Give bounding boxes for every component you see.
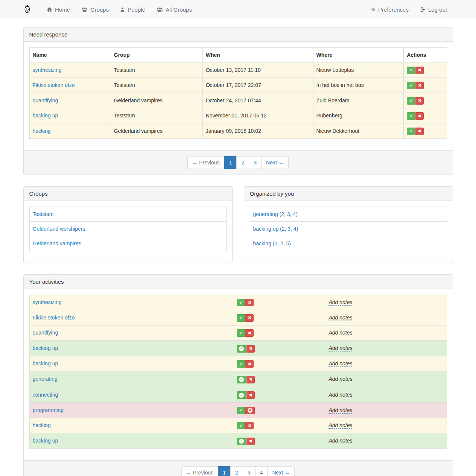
activity-link[interactable]: synthesizing — [33, 67, 62, 73]
activity-link[interactable]: hacking — [33, 128, 51, 134]
nr-pagination-next-link[interactable]: Next → — [261, 156, 289, 169]
users-icon — [81, 7, 88, 12]
attend-yes-button[interactable]: ✔ — [407, 67, 415, 74]
group-link[interactable]: Gelderland vampires — [33, 240, 81, 246]
attend-yes-button[interactable]: ✔ — [237, 438, 246, 445]
attend-no-button[interactable]: ✖ — [246, 438, 255, 445]
add-notes-link[interactable]: Add notes — [328, 360, 352, 367]
actions-cell: ✔✖ — [404, 108, 447, 123]
activity-link[interactable]: Fikkie stoken ofzo — [33, 82, 75, 88]
organized-activity-link[interactable]: backing up (2, 3, 4) — [253, 226, 298, 232]
attend-no-button[interactable]: ✖ — [415, 97, 424, 105]
check-icon: ✔ — [409, 83, 413, 88]
attend-no-button[interactable]: ✖ — [245, 329, 254, 337]
attend-no-button[interactable]: ✖ — [415, 82, 424, 89]
attend-yes-button[interactable]: ✔ — [237, 407, 245, 414]
attend-yes-button[interactable]: ✔ — [237, 360, 245, 368]
nav-logout[interactable]: Log out — [414, 0, 453, 19]
activity-link[interactable]: backing up — [33, 113, 58, 119]
activity-link[interactable]: synthesizing — [33, 299, 62, 305]
nav-home[interactable]: Home — [41, 0, 76, 19]
add-notes-link[interactable]: Add notes — [328, 392, 352, 398]
act-pagination-page-link[interactable]: 1 — [218, 466, 231, 476]
activities-tbody: synthesizing✔✖Add notesFikkie stoken ofz… — [29, 295, 447, 449]
attend-no-button[interactable]: ✖ — [415, 112, 424, 120]
act-pagination-next-link[interactable]: Next → — [267, 466, 295, 476]
attend-yes-button[interactable]: ✔ — [237, 391, 246, 399]
activities-title: Your activities — [24, 275, 453, 289]
add-notes-link[interactable]: Add notes — [328, 299, 352, 306]
nr-pagination-page-link[interactable]: 3 — [249, 156, 262, 169]
activity-link[interactable]: quantifying — [33, 330, 58, 336]
act-pagination-prev-link[interactable]: ← Previous — [181, 466, 218, 476]
navbar-left: Home Groups People All Groups — [23, 0, 198, 19]
nr-pagination-prev-link[interactable]: ← Previous — [187, 156, 224, 169]
cross-icon: ✖ — [249, 439, 252, 444]
attend-yes-button[interactable]: ✔ — [237, 376, 246, 383]
nav-groups-label: Groups — [90, 6, 109, 13]
activity-link[interactable]: programming — [33, 407, 64, 413]
act-pagination-page-link[interactable]: 4 — [255, 466, 268, 476]
act-pagination-page-link[interactable]: 2 — [230, 466, 243, 476]
attend-yes-button[interactable]: ✔ — [237, 329, 245, 337]
attend-yes-button[interactable]: ✔ — [407, 112, 415, 120]
activity-link[interactable]: generating — [33, 376, 58, 382]
attend-no-button[interactable]: ✖ — [245, 422, 254, 429]
attend-yes-button[interactable]: ✔ — [237, 314, 245, 322]
attend-no-button[interactable]: ✖ — [245, 360, 254, 368]
row-actions: ✔✖ — [407, 97, 424, 105]
row-actions: ✔✖ — [237, 299, 254, 306]
attend-no-button[interactable]: ✖ — [246, 376, 255, 383]
brand-link[interactable] — [23, 0, 41, 19]
group-link[interactable]: Teststam — [33, 211, 54, 217]
attend-no-button[interactable]: ✖ — [245, 314, 254, 322]
attend-no-button[interactable]: ✖ — [245, 299, 254, 306]
activity-link[interactable]: backing up — [33, 360, 58, 367]
add-notes-link[interactable]: Add notes — [328, 345, 352, 351]
activity-link[interactable]: connecting — [33, 392, 58, 398]
attend-no-button[interactable]: ✖ — [245, 407, 255, 414]
organized-activity-link[interactable]: hacking (2, 2, 5) — [253, 240, 291, 246]
attend-no-button[interactable]: ✖ — [415, 128, 424, 135]
nr-pagination-next: Next → — [262, 156, 289, 169]
attend-no-button[interactable]: ✖ — [246, 345, 255, 353]
attend-yes-button[interactable]: ✔ — [237, 299, 245, 306]
attend-no-button[interactable]: ✖ — [415, 67, 424, 74]
attend-no-button[interactable]: ✖ — [246, 391, 255, 399]
actions-cell: ✔✖ — [404, 62, 447, 78]
add-notes-link[interactable]: Add notes — [328, 315, 352, 321]
activity-link[interactable]: quantifying — [33, 97, 58, 103]
activity-link[interactable]: backing up — [33, 345, 58, 351]
organized-activity-link[interactable]: generating (2, 3, 4) — [253, 211, 298, 217]
row-actions: ✔✖ — [237, 314, 254, 322]
nav-preferences[interactable]: ⚙ Preferences — [365, 0, 414, 19]
activity-link[interactable]: hacking — [33, 422, 51, 428]
add-notes-link[interactable]: Add notes — [328, 422, 352, 429]
navbar: Home Groups People All Groups ⚙ Preferen… — [0, 0, 476, 19]
nav-people[interactable]: People — [114, 0, 151, 19]
attend-yes-button[interactable]: ✔ — [237, 345, 246, 353]
nav-all-groups[interactable]: All Groups — [151, 0, 198, 19]
activity-name-cell: backing up — [29, 341, 234, 356]
add-notes-link[interactable]: Add notes — [328, 438, 352, 444]
attend-yes-button[interactable]: ✔ — [407, 128, 415, 135]
activity-link[interactable]: backing up — [33, 438, 58, 444]
attend-yes-button[interactable]: ✔ — [237, 422, 245, 429]
list-row: Teststam — [29, 207, 226, 221]
add-notes-link[interactable]: Add notes — [328, 330, 352, 336]
column-header-name: Name — [29, 48, 111, 62]
attend-yes-button[interactable]: ✔ — [407, 82, 415, 89]
nav-groups[interactable]: Groups — [76, 0, 114, 19]
act-pagination-page-link[interactable]: 3 — [243, 466, 255, 476]
cross-icon: ✖ — [249, 377, 252, 382]
activity-link[interactable]: Fikkie stoken ofzo — [33, 315, 75, 321]
users-icon — [157, 7, 163, 12]
nr-pagination-page: 3 — [249, 156, 262, 169]
nr-pagination-page-link[interactable]: 2 — [236, 156, 249, 169]
nr-pagination-page-link[interactable]: 1 — [224, 156, 237, 169]
attend-yes-button[interactable]: ✔ — [407, 97, 415, 105]
group-link[interactable]: Gelderland worshipers — [33, 226, 85, 232]
panels-row: Groups TeststamGelderland worshipersGeld… — [23, 186, 453, 274]
add-notes-link[interactable]: Add notes — [328, 407, 352, 414]
add-notes-link[interactable]: Add notes — [328, 376, 352, 382]
